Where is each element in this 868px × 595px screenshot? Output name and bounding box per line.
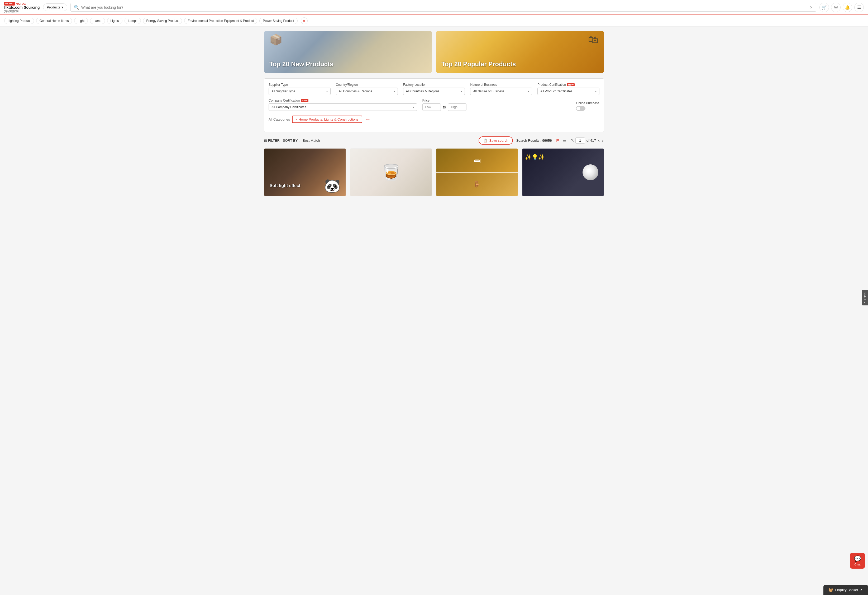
banner-new-products[interactable]: 📦 Top 20 New Products bbox=[264, 31, 432, 73]
tag-energy-saving[interactable]: Energy Saving Product bbox=[143, 18, 182, 24]
tag-power-saving[interactable]: Power Saving Product bbox=[259, 18, 298, 24]
page-total: of 417 bbox=[586, 139, 596, 142]
page-next-icon[interactable]: ∨ bbox=[602, 139, 604, 142]
hktdc-badge: HKTDC bbox=[4, 2, 15, 6]
clear-icon[interactable]: ✕ bbox=[810, 5, 813, 9]
light-ball bbox=[583, 164, 598, 180]
tags-more-button[interactable]: » bbox=[301, 18, 308, 24]
product-card-2[interactable]: 🥃 bbox=[350, 148, 432, 196]
online-purchase-toggle[interactable] bbox=[576, 106, 585, 111]
factory-select[interactable]: All Countries & Regions ▾ bbox=[403, 88, 465, 95]
price-low-input[interactable] bbox=[422, 103, 441, 111]
product-card-4[interactable]: ✨💡✨ bbox=[522, 148, 604, 196]
pagination-mini: P: of 417 ∧ ∨ bbox=[571, 137, 604, 143]
products-label: Products bbox=[47, 5, 61, 9]
save-search-label: Save search bbox=[489, 139, 508, 142]
tag-lighting-product[interactable]: Lighting Product bbox=[4, 18, 34, 24]
product-image-2: 🥃 bbox=[350, 149, 432, 196]
category-arrow-icon: › bbox=[296, 117, 297, 121]
product-cert-value: All Product Certificates bbox=[540, 89, 572, 93]
page-prev-icon[interactable]: ∧ bbox=[598, 139, 600, 142]
red-arrow-icon: ← bbox=[365, 117, 371, 123]
supplier-type-select[interactable]: All Supplier Type ▾ bbox=[269, 88, 331, 95]
search-icon[interactable]: 🔍 bbox=[74, 5, 79, 10]
bell-button[interactable]: 🔔 bbox=[843, 3, 852, 12]
save-icon: 📋 bbox=[483, 139, 487, 142]
sort-value[interactable]: Best Match bbox=[303, 139, 320, 142]
search-bar: 🔍 ✕ bbox=[71, 3, 816, 12]
company-cert-group: Company Certification NEW All Company Ce… bbox=[269, 99, 417, 111]
string-lights-icon: ✨💡✨ bbox=[525, 154, 545, 160]
panda-emoji-icon: 🐼 bbox=[324, 178, 340, 193]
filter-button[interactable]: ⊟ FILTER bbox=[264, 139, 280, 142]
furniture-bottom-icon: 🪑 bbox=[436, 173, 518, 196]
category-name: Home Products, Lights & Constructions bbox=[299, 117, 359, 121]
product-card-3[interactable]: 🛏 🪑 bbox=[436, 148, 518, 196]
factory-group: Factory Location All Countries & Regions… bbox=[403, 83, 465, 95]
nature-value: All Nature of Business bbox=[473, 89, 504, 93]
category-selected-box[interactable]: › Home Products, Lights & Constructions bbox=[292, 115, 362, 123]
product-cert-group: Product Certification NEW All Product Ce… bbox=[537, 83, 599, 95]
filter-label: FILTER bbox=[268, 139, 280, 142]
supplier-type-arrow-icon: ▾ bbox=[326, 90, 328, 93]
country-label: Country/Region bbox=[336, 83, 398, 87]
supplier-type-group: Supplier Type All Supplier Type ▾ bbox=[269, 83, 331, 95]
grid-view-button[interactable]: ⊞ bbox=[555, 137, 561, 143]
logo-title: hktdc.com Sourcing bbox=[4, 6, 40, 9]
product-grid: Soft light effect 🐼 🥃 🛏 🪑 ✨💡✨ bbox=[264, 148, 604, 196]
filter-icon: ⊟ bbox=[264, 139, 267, 142]
mail-icon: ✉ bbox=[834, 5, 838, 10]
online-purchase-label: Online Purchase bbox=[576, 101, 599, 105]
view-toggle: ⊞ ☰ bbox=[555, 137, 567, 143]
supplier-type-value: All Supplier Type bbox=[272, 89, 295, 93]
company-cert-new-badge: NEW bbox=[301, 99, 309, 102]
menu-icon: ☰ bbox=[857, 5, 861, 10]
list-view-button[interactable]: ☰ bbox=[562, 137, 567, 143]
filter-row-1: Supplier Type All Supplier Type ▾ Countr… bbox=[269, 83, 599, 95]
mail-button[interactable]: ✉ bbox=[831, 3, 841, 12]
price-label: Price bbox=[422, 99, 571, 102]
banner-popular-products[interactable]: 🛍 Top 20 Popular Products bbox=[436, 31, 604, 73]
tag-general-home[interactable]: General Home Items bbox=[36, 18, 72, 24]
tags-bar: Lighting Product General Home Items Ligh… bbox=[0, 15, 868, 27]
category-row: All Categories › Home Products, Lights &… bbox=[269, 115, 599, 124]
banner-new-title: Top 20 New Products bbox=[269, 61, 333, 68]
tag-lamp[interactable]: Lamp bbox=[90, 18, 105, 24]
tag-light[interactable]: Light bbox=[74, 18, 88, 24]
tag-environmental[interactable]: Environmental Protection Equipment & Pro… bbox=[184, 18, 257, 24]
cart-button[interactable]: 🛒 bbox=[819, 3, 829, 12]
products-dropdown[interactable]: Products ▾ bbox=[43, 3, 67, 11]
nature-group: Nature of Business All Nature of Busines… bbox=[470, 83, 532, 95]
product-cert-select[interactable]: All Product Certificates ▾ bbox=[537, 88, 599, 95]
save-search-button[interactable]: 📋 Save search bbox=[478, 136, 513, 145]
nature-select[interactable]: All Nature of Business ▾ bbox=[470, 88, 532, 95]
results-label: Search Results : bbox=[516, 139, 541, 142]
product-card-1[interactable]: Soft light effect 🐼 bbox=[264, 148, 346, 196]
filter-panel: Supplier Type All Supplier Type ▾ Countr… bbox=[264, 78, 604, 132]
supplier-type-label: Supplier Type bbox=[269, 83, 331, 87]
country-value: All Countries & Regions bbox=[339, 89, 372, 93]
tag-lamps[interactable]: Lamps bbox=[124, 18, 141, 24]
logo-chinese: 貿發網採購 bbox=[4, 9, 40, 13]
product-cert-new-badge: NEW bbox=[567, 83, 575, 86]
banner-boxes-icon: 📦 bbox=[269, 34, 283, 46]
company-cert-value: All Company Certificates bbox=[272, 105, 306, 109]
bell-icon: 🔔 bbox=[845, 5, 850, 10]
price-group: Price to bbox=[422, 99, 571, 111]
cart-icon: 🛒 bbox=[822, 5, 827, 10]
factory-value: All Countries & Regions bbox=[406, 89, 440, 93]
search-input[interactable] bbox=[81, 5, 807, 9]
nature-label: Nature of Business bbox=[470, 83, 532, 87]
page-label: P: bbox=[571, 139, 574, 142]
price-high-input[interactable] bbox=[448, 103, 466, 111]
results-count: Search Results : 99056 bbox=[516, 139, 552, 142]
page-input[interactable] bbox=[576, 137, 585, 143]
menu-button[interactable]: ☰ bbox=[854, 3, 864, 12]
company-cert-arrow-icon: ▾ bbox=[413, 106, 414, 109]
all-categories-link[interactable]: All Categories bbox=[269, 117, 290, 121]
country-select[interactable]: All Countries & Regions ▾ bbox=[336, 88, 398, 95]
company-cert-select[interactable]: All Company Certificates ▾ bbox=[269, 103, 417, 111]
factory-arrow-icon: ▾ bbox=[461, 90, 462, 93]
tag-lights[interactable]: Lights bbox=[107, 18, 123, 24]
product-image-4: ✨💡✨ bbox=[523, 149, 604, 196]
